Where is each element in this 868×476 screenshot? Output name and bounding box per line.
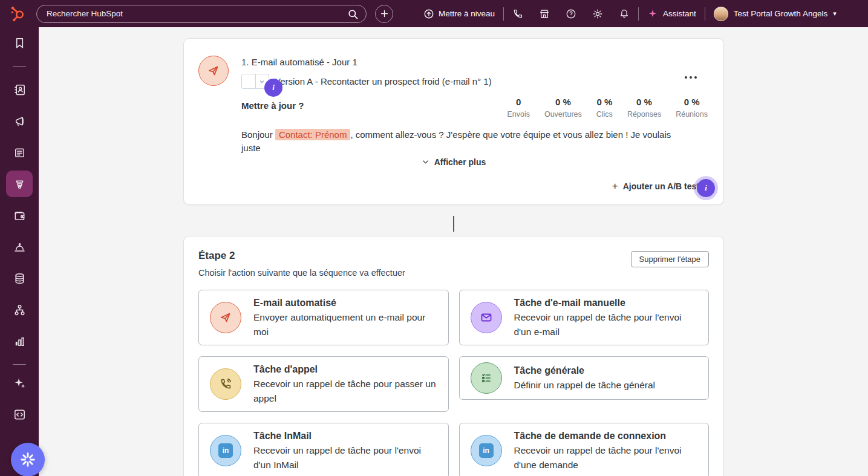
step2-card: Étape 2 Choisir l'action suivante que la… bbox=[183, 236, 724, 476]
body-prefix: Bonjour bbox=[241, 129, 275, 140]
search-input[interactable] bbox=[37, 9, 366, 18]
version-label: Version A - Recontacter un prospect froi… bbox=[275, 76, 492, 86]
sidebar-item-marketing[interactable] bbox=[6, 108, 33, 134]
plus-icon bbox=[380, 9, 389, 18]
send-icon bbox=[218, 310, 233, 325]
info-beacon[interactable]: i bbox=[264, 79, 282, 97]
automated-email-step-icon bbox=[198, 56, 229, 86]
code-icon bbox=[13, 408, 27, 422]
version-checkbox[interactable] bbox=[242, 74, 255, 88]
account-menu[interactable]: Test Portal Growth Angels ▾ bbox=[714, 7, 837, 21]
commerce-wallet-icon bbox=[13, 209, 27, 223]
show-more-button[interactable]: Afficher plus bbox=[184, 157, 723, 167]
account-name: Test Portal Growth Angels bbox=[734, 9, 827, 18]
phone-icon[interactable] bbox=[512, 8, 523, 19]
option-call-task[interactable]: Tâche d'appel Recevoir un rappel de tâch… bbox=[198, 356, 449, 412]
option-general-task[interactable]: Tâche générale Définir un rappel de tâch… bbox=[459, 356, 710, 400]
sidebar-item-data[interactable] bbox=[6, 265, 33, 292]
stat-reunions: 0 % Réunions bbox=[676, 97, 708, 119]
breeze-copilot-button[interactable] bbox=[11, 443, 45, 476]
envelope-icon bbox=[479, 310, 494, 325]
chevron-down-icon bbox=[422, 158, 429, 166]
assistant-button[interactable]: Assistant bbox=[647, 8, 696, 19]
reporting-icon bbox=[13, 334, 27, 348]
sales-funnel-icon bbox=[13, 177, 27, 191]
checklist-icon bbox=[479, 371, 494, 385]
plus-icon: + bbox=[612, 180, 618, 192]
stat-reponses: 0 % Réponses bbox=[627, 97, 661, 119]
notifications-icon[interactable] bbox=[619, 8, 630, 19]
chevron-down-icon bbox=[259, 79, 265, 85]
content-icon bbox=[13, 146, 27, 160]
megaphone-icon bbox=[13, 114, 27, 128]
option-connection-request-task[interactable]: in Tâche de demande de connexion Recevoi… bbox=[459, 423, 710, 476]
help-icon[interactable] bbox=[566, 8, 576, 19]
sidebar-item-commerce[interactable] bbox=[6, 202, 33, 229]
option-inmail-task[interactable]: in Tâche InMail Recevoir un rappel de tâ… bbox=[198, 423, 449, 476]
search-icon[interactable] bbox=[347, 8, 359, 20]
phone-call-icon bbox=[218, 377, 233, 391]
more-options-button[interactable] bbox=[681, 73, 700, 82]
stat-envois: 0 Envois bbox=[507, 97, 530, 119]
service-bell-icon bbox=[13, 240, 27, 254]
option-manual-email-task[interactable]: Tâche d'e-mail manuelle Recevoir un rapp… bbox=[459, 290, 710, 345]
ai-sparkle-icon bbox=[13, 376, 27, 390]
send-icon bbox=[206, 64, 221, 78]
sidebar-item-developer[interactable] bbox=[6, 401, 33, 428]
avatar bbox=[714, 7, 728, 21]
option-automated-email[interactable]: E-mail automatisé Envoyer automatiquemen… bbox=[198, 290, 449, 345]
topbar-divider bbox=[503, 7, 504, 21]
add-ab-test-button[interactable]: +Ajouter un A/B test bbox=[612, 180, 699, 192]
sidebar-item-automations[interactable] bbox=[6, 296, 33, 323]
sidebar-item-ai[interactable] bbox=[6, 370, 33, 396]
topbar-divider bbox=[705, 7, 705, 21]
global-search bbox=[36, 5, 367, 23]
sidebar-item-contacts[interactable] bbox=[6, 76, 33, 103]
settings-icon[interactable] bbox=[592, 8, 603, 19]
add-button[interactable] bbox=[375, 5, 393, 23]
email-body-preview: Bonjour Contact: Prénom, comment allez-v… bbox=[241, 128, 690, 155]
topbar: Mettre à niveau Assist bbox=[0, 0, 868, 27]
info-beacon[interactable]: i bbox=[697, 179, 715, 197]
automation-icon bbox=[13, 303, 27, 317]
sparkle-icon bbox=[647, 8, 658, 19]
assistant-label: Assistant bbox=[663, 9, 696, 18]
delete-step-button[interactable]: Supprimer l'étape bbox=[631, 251, 709, 267]
upgrade-button[interactable]: Mettre à niveau bbox=[423, 8, 495, 19]
step1-card: 1. E-mail automatisé - Jour 1 Version A … bbox=[183, 38, 724, 205]
stat-clics: 0 % Clics bbox=[596, 97, 613, 119]
sidebar-divider bbox=[13, 364, 26, 365]
contacts-icon bbox=[13, 83, 27, 97]
sidebar-item-reporting[interactable] bbox=[6, 328, 33, 354]
step2-subtitle: Choisir l'action suivante que la séquenc… bbox=[198, 268, 405, 278]
email-subject: Mettre à jour ? bbox=[241, 100, 304, 111]
database-icon bbox=[13, 272, 27, 285]
linkedin-icon: in bbox=[218, 443, 233, 458]
bookmark-icon bbox=[13, 36, 27, 50]
step1-stats: 0 Envois 0 % Ouvertures 0 % Clics 0 % Ré… bbox=[507, 97, 708, 119]
step2-title: Étape 2 bbox=[198, 250, 235, 262]
sidebar-item-service[interactable] bbox=[6, 233, 33, 260]
topbar-divider bbox=[638, 7, 639, 21]
linkedin-icon: in bbox=[479, 443, 494, 458]
caret-down-icon: ▾ bbox=[833, 10, 837, 18]
personalization-token[interactable]: Contact: Prénom bbox=[275, 129, 351, 140]
stat-ouvertures: 0 % Ouvertures bbox=[544, 97, 582, 119]
step-connector-line bbox=[453, 216, 454, 232]
marketplace-icon[interactable] bbox=[539, 8, 550, 19]
step2-options-grid: E-mail automatisé Envoyer automatiquemen… bbox=[198, 290, 709, 476]
sequence-editor: 1. E-mail automatisé - Jour 1 Version A … bbox=[39, 27, 868, 476]
hubspot-logo-icon[interactable] bbox=[8, 5, 27, 23]
step1-title: 1. E-mail automatisé - Jour 1 bbox=[241, 57, 357, 67]
sidebar-divider bbox=[13, 66, 26, 67]
sidebar bbox=[0, 27, 39, 476]
breeze-burst-icon bbox=[19, 451, 36, 468]
more-options-icon bbox=[685, 76, 687, 79]
sidebar-item-content[interactable] bbox=[6, 139, 33, 166]
upgrade-label: Mettre à niveau bbox=[439, 9, 495, 18]
sidebar-item-sales[interactable] bbox=[6, 171, 33, 197]
upgrade-arrow-icon bbox=[423, 8, 434, 19]
sidebar-item-bookmarks[interactable] bbox=[6, 30, 33, 56]
